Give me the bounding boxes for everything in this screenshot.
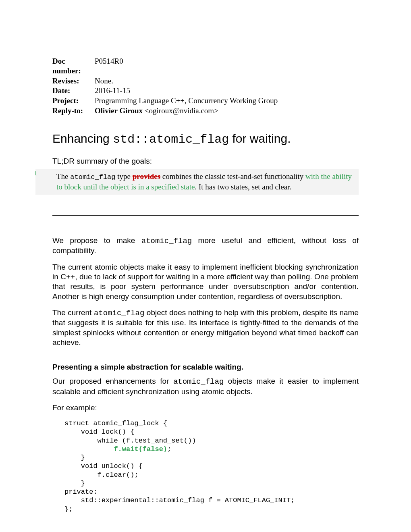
reply-email: <ogiroux@nvidia.com> [145,106,218,115]
code-line: void unlock() { [64,462,143,470]
summary-deleted: provides [133,172,160,181]
meta-value: None. [95,76,359,86]
text: Our proposed enhancements for [52,377,173,385]
code-line: } [64,454,85,461]
divider [52,215,359,216]
paragraph: We propose to make atomic_flag more usef… [52,236,359,256]
title-post: for waiting. [229,132,291,145]
meta-label: Doc number: [52,56,95,76]
section-heading: Presenting a simple abstraction for scal… [52,363,359,372]
meta-value: Olivier Giroux <ogiroux@nvidia.com> [95,106,359,116]
summary-text: type [116,172,133,181]
inline-code: atomic_flag [141,237,192,245]
code-line: struct atomic_flag_lock { [64,420,167,427]
summary-marker: 1 [34,170,37,178]
inline-code: atomic_flag [94,309,144,318]
code-line: ; [167,445,171,453]
code-block: struct atomic_flag_lock { void lock() { … [64,419,359,513]
summary-text: combines [160,172,192,181]
code-line: private: [64,488,98,496]
code-line: std::experimental::atomic_flag f = ATOMI… [64,497,295,504]
meta-revises: Revises: None. [52,76,359,86]
summary-text: The [56,172,70,181]
code-line: void lock() { [64,428,134,436]
meta-reply-to: Reply-to: Olivier Giroux <ogiroux@nvidia… [52,106,359,116]
meta-doc-number: Doc number: P0514R0 [52,56,359,76]
paragraph: Our proposed enhancements for atomic_fla… [52,376,359,397]
code-line: while (f.test_and_set()) [64,437,196,445]
paragraph: The current atomic_flag object does noth… [52,308,359,347]
inline-code: atomic_flag [173,377,224,386]
text: We propose to make [52,236,141,245]
meta-date: Date: 2016-11-15 [52,86,359,96]
code-line: f.clear(); [64,471,139,479]
meta-label: Project: [52,96,95,106]
code-line: } [64,480,85,487]
summary-text: . It has two states, set and clear. [195,183,292,191]
summary-block: 1 The atomic_flag type provides combines… [35,169,359,195]
meta-project: Project: Programming Language C++, Concu… [52,96,359,106]
title-code: std::atomic_flag [113,133,229,146]
text: The current [52,308,94,317]
summary-text: the classic test-and-set functionality [192,172,305,181]
summary-code: atomic_flag [70,173,115,181]
meta-label: Date: [52,86,95,96]
paragraph: For example: [52,403,359,413]
tldr-label: TL;DR summary of the goals: [52,157,359,166]
code-line: }; [64,505,73,513]
code-added: f.wait(false) [114,445,167,453]
paragraph: The current atomic objects make it easy … [52,262,359,301]
meta-label: Reply-to: [52,106,95,116]
meta-value: Programming Language C++, Concurrency Wo… [95,96,359,106]
title-pre: Enhancing [52,132,113,145]
meta-value: P0514R0 [95,56,359,76]
meta-value: 2016-11-15 [95,86,359,96]
meta-label: Revises: [52,76,95,86]
code-line [64,445,114,453]
reply-name: Olivier Giroux [95,106,145,115]
page-title: Enhancing std::atomic_flag for waiting. [52,132,359,146]
